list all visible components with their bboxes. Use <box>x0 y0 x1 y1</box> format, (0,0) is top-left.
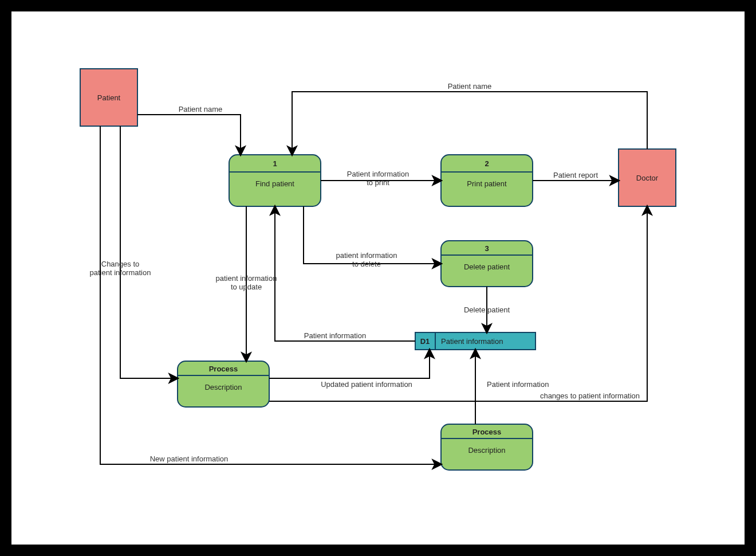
process-3-num: 3 <box>485 244 489 253</box>
svg-text:patient information: patient information <box>90 268 151 277</box>
entity-patient[interactable]: Patient <box>80 69 137 126</box>
flow-changes <box>120 126 178 378</box>
process-4-name: Description <box>204 383 242 391</box>
process-4[interactable]: Process Description <box>178 361 269 407</box>
process-2[interactable]: 2 Print patient <box>441 155 533 206</box>
svg-text:Patient name: Patient name <box>448 82 492 91</box>
svg-text:to update: to update <box>231 283 262 291</box>
process-3[interactable]: 3 Delete patient <box>441 241 533 287</box>
datastore-id: D1 <box>420 337 430 346</box>
svg-text:Patient information: Patient information <box>347 170 409 178</box>
process-4-num: Process <box>209 365 238 373</box>
entity-doctor-label: Doctor <box>636 174 659 182</box>
svg-text:Delete patient: Delete patient <box>464 306 510 314</box>
process-1-num: 1 <box>273 159 277 168</box>
process-1-name: Find patient <box>255 179 294 188</box>
svg-text:Patient name: Patient name <box>179 105 223 113</box>
entity-doctor[interactable]: Doctor <box>619 149 676 206</box>
svg-text:to delete: to delete <box>352 260 381 268</box>
datastore-name: Patient information <box>441 337 503 346</box>
datastore-d1[interactable]: D1 Patient information <box>415 332 536 350</box>
process-2-num: 2 <box>485 159 489 168</box>
flow-changes-to-doctor <box>269 206 647 401</box>
svg-text:New patient information: New patient information <box>150 455 229 463</box>
process-5[interactable]: Process Description <box>441 424 533 470</box>
process-1[interactable]: 1 Find patient <box>229 155 321 206</box>
flow-patient-name-doctor <box>292 92 647 155</box>
svg-text:Updated patient information: Updated patient information <box>321 380 412 389</box>
flow-store-to-p1 <box>275 206 415 341</box>
svg-text:patient information: patient information <box>216 274 277 283</box>
svg-text:Patient information: Patient information <box>487 380 549 389</box>
svg-text:Changes to: Changes to <box>101 260 140 268</box>
dfd-svg: Patient Doctor 1 Find patient 2 Print pa… <box>11 11 745 545</box>
flow-patient-name <box>137 115 241 155</box>
svg-text:Patient report: Patient report <box>553 171 598 179</box>
svg-text:patient information: patient information <box>336 251 397 260</box>
svg-text:changes to patient information: changes to patient information <box>540 391 640 400</box>
process-3-name: Delete patient <box>464 263 510 271</box>
process-5-num: Process <box>472 428 502 436</box>
diagram-canvas: Patient Doctor 1 Find patient 2 Print pa… <box>11 11 745 545</box>
entity-patient-label: Patient <box>97 93 121 102</box>
process-5-name: Description <box>468 446 505 455</box>
process-2-name: Print patient <box>467 179 507 188</box>
flow-updated-info <box>269 350 430 378</box>
svg-text:to print: to print <box>367 178 389 187</box>
svg-text:Patient information: Patient information <box>304 331 366 340</box>
